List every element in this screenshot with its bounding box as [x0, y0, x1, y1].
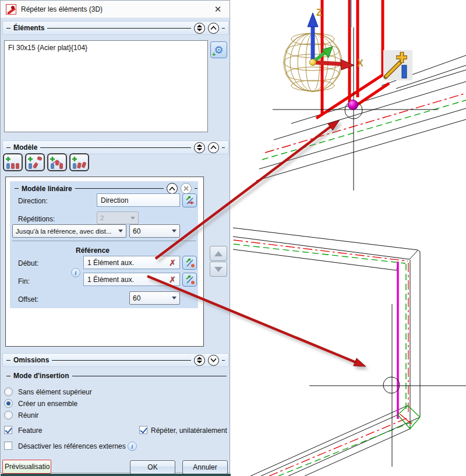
linear-pattern-icon [5, 156, 20, 170]
beam-wireframe-lower [233, 228, 420, 476]
title-bar: Répéter les éléments (3D) ✕ [1, 1, 230, 18]
expander-dash [6, 376, 10, 376]
checkbox-disable-external-refs[interactable] [4, 442, 12, 450]
direction-value: Direction [101, 196, 128, 204]
divider [222, 28, 225, 29]
start-label: Début: [18, 259, 38, 267]
until-reference-value: Jusqu'à la référence, avec dist... [16, 228, 112, 235]
section-model-bar[interactable]: Modèle [2, 140, 229, 154]
clear-start-icon[interactable]: ✗ [169, 258, 176, 267]
beam-wireframe-upper [256, 55, 466, 181]
divider [222, 360, 225, 361]
distance-combo[interactable]: 60 [129, 224, 180, 238]
cancel-button[interactable]: Annuler [182, 460, 228, 474]
chevron-down-icon [172, 297, 176, 299]
pick-reference-icon [185, 274, 195, 285]
section-omissions-bar[interactable]: Omissions [2, 353, 229, 367]
reference-point-ball [348, 100, 358, 110]
centerlines-lower [234, 240, 412, 476]
pattern-path-button[interactable] [47, 153, 67, 171]
checkbox-feature-label[interactable]: Feature [18, 426, 42, 435]
checkbox-repeat-unilateral[interactable] [139, 426, 147, 434]
expand-down-icon[interactable] [208, 355, 219, 366]
linear-model-title: Modèle linéaire [22, 185, 72, 193]
collapse-up-icon[interactable] [208, 142, 219, 153]
pick-end-button[interactable] [182, 273, 197, 287]
reorder-icon[interactable] [194, 355, 205, 366]
pick-direction-icon [185, 195, 195, 206]
expander-dash [6, 147, 10, 148]
radio-unite-label[interactable]: Réunir [18, 411, 38, 419]
move-down-button[interactable] [210, 262, 227, 277]
close-icon[interactable]: ✕ [211, 4, 224, 15]
section-omissions-title: Omissions [13, 356, 49, 364]
crosshair-lower [309, 304, 466, 467]
chevron-down-icon [130, 217, 135, 220]
select-elements-button[interactable]: ⚙ + [210, 41, 227, 58]
section-model-title: Modèle [13, 143, 37, 151]
pick-start-button[interactable] [182, 256, 197, 270]
expander-dash [15, 188, 19, 189]
reorder-icon[interactable] [194, 23, 205, 34]
section-elements-bar[interactable]: Éléments [2, 21, 229, 35]
pattern-element-button[interactable] [69, 153, 89, 171]
path-pattern-icon [50, 156, 65, 170]
chevron-down-icon [118, 230, 123, 232]
pattern-linear-button[interactable] [3, 153, 23, 171]
checkbox-disable-external-refs-label[interactable]: Désactiver les références externes [18, 442, 126, 450]
end-reference-value: 1 Élément aux. [87, 276, 134, 284]
radio-create-assembly-label[interactable]: Créer un ensemble [18, 400, 77, 408]
elements-listbox[interactable]: FI 30x15 {Acier plat}{104} [4, 40, 208, 132]
collapse-up-icon[interactable] [208, 23, 219, 34]
list-item[interactable]: FI 30x15 {Acier plat}{104} [8, 44, 87, 52]
repetitions-combo: 2 [97, 211, 139, 224]
radio-no-superior-label[interactable]: Sans élément supérieur [18, 388, 92, 396]
reorder-icon[interactable] [194, 142, 205, 153]
base-joint-outline [398, 406, 420, 429]
triangle-up-icon [214, 251, 223, 256]
offset-label: Offset: [18, 295, 38, 304]
divider [222, 147, 225, 148]
start-reference-value: 1 Élément aux. [87, 259, 134, 267]
divider [40, 147, 191, 148]
pattern-rotate-button[interactable] [25, 153, 45, 171]
app-window: { "window": { "title": "Répéter les élém… [0, 0, 466, 476]
preview-button[interactable]: Prévisualisatio [2, 460, 51, 474]
divider [47, 28, 191, 29]
pick-direction-button[interactable] [182, 193, 197, 207]
z-axis-label: Z [316, 8, 322, 17]
distance-value: 60 [133, 227, 140, 235]
close-panel-icon[interactable] [181, 183, 192, 194]
clear-end-icon[interactable]: ✗ [169, 275, 176, 284]
end-reference-field[interactable]: 1 Élément aux. ✗ [83, 273, 180, 286]
divider [75, 188, 164, 189]
radio-create-assembly[interactable] [4, 399, 13, 408]
info-icon: i [71, 268, 80, 277]
radio-no-superior[interactable] [4, 387, 13, 396]
chevron-down-icon [172, 230, 176, 232]
move-up-button[interactable] [210, 246, 227, 261]
until-reference-combo[interactable]: Jusqu'à la référence, avec dist... [12, 224, 126, 238]
collapse-up-icon[interactable] [167, 183, 178, 194]
repeat-elements-dialog: Répéter les éléments (3D) ✕ Éléments FI … [0, 0, 230, 473]
start-reference-field[interactable]: 1 Élément aux. ✗ [83, 256, 180, 269]
checkbox-repeat-unilateral-label[interactable]: Répéter, unilatéralement [151, 426, 227, 435]
x-axis-label: X [357, 58, 363, 68]
insertion-mode-header: Mode d'insertion [6, 372, 227, 380]
offset-combo[interactable]: 60 [129, 291, 180, 305]
plus-icon: + [212, 51, 216, 58]
cursor-icon [383, 50, 412, 80]
direction-label: Direction: [18, 197, 48, 205]
preview-button-label: Prévisualisatio [5, 463, 50, 471]
divider [52, 360, 191, 361]
radio-unite[interactable] [4, 411, 13, 419]
viewport-canvas[interactable] [231, 0, 466, 476]
crosshair-upper [273, 27, 438, 191]
checkbox-feature[interactable] [4, 426, 12, 434]
z-axis-arrow [308, 13, 318, 62]
repetitions-label: Répétitions: [18, 215, 55, 223]
direction-field[interactable]: Direction [97, 193, 180, 207]
ok-button[interactable]: OK [130, 460, 175, 474]
axis-sphere [284, 33, 342, 91]
linear-model-header: Modèle linéaire [15, 183, 197, 194]
